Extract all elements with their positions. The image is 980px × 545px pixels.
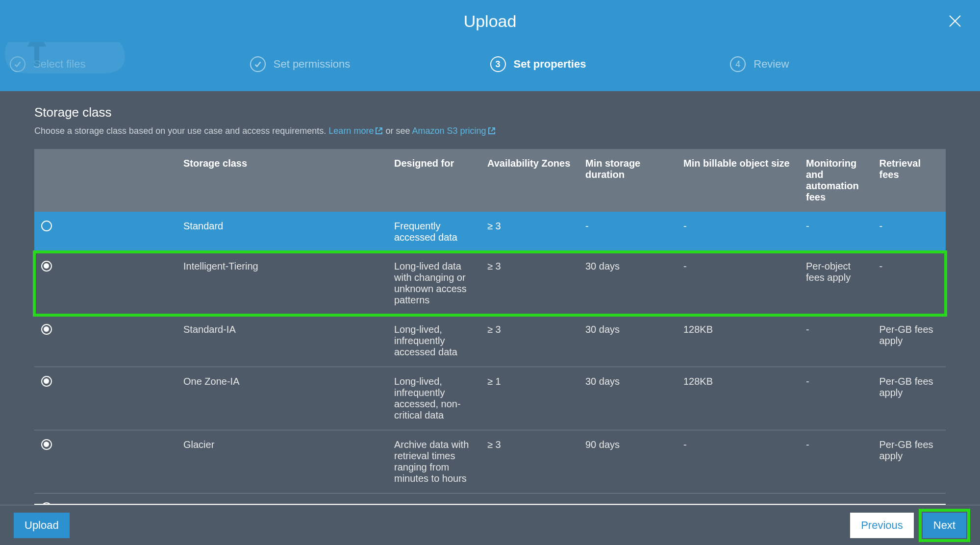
cell-designed-for: Archive data with retrieval times rangin… (387, 430, 480, 494)
col-radio (34, 149, 176, 212)
storage-class-table: Storage class Designed for Availability … (34, 149, 946, 545)
check-icon (250, 56, 266, 72)
cell-monitoring: - (799, 367, 873, 430)
cell-size: 128KB (677, 367, 799, 430)
cell-monitoring: - (799, 430, 873, 494)
external-link-icon (488, 127, 496, 135)
learn-more-link[interactable]: Learn more (328, 126, 383, 136)
radio-icon[interactable] (41, 439, 52, 450)
table-row[interactable]: Standard-IA Long-lived, infrequently acc… (34, 315, 946, 367)
step-select-files[interactable]: Select files (10, 56, 250, 72)
step-label: Set properties (514, 58, 586, 71)
cell-retrieval: Per-GB fees apply (873, 315, 946, 367)
svg-line-2 (378, 128, 382, 131)
content-area: Storage class Choose a storage class bas… (0, 91, 980, 545)
cell-size: - (677, 430, 799, 494)
external-link-icon (375, 127, 383, 135)
cell-name: One Zone-IA (176, 367, 387, 430)
pricing-link[interactable]: Amazon S3 pricing (412, 126, 495, 136)
cell-az: ≥ 3 (480, 315, 578, 367)
check-icon (10, 56, 25, 72)
cell-retrieval: - (873, 212, 946, 252)
cell-az: ≥ 3 (480, 430, 578, 494)
next-button[interactable]: Next (923, 513, 966, 538)
cell-name: Intelligent-Tiering (176, 252, 387, 315)
cell-size: - (677, 252, 799, 315)
step-label: Review (754, 58, 789, 71)
cell-monitoring: Per-object fees apply (799, 252, 873, 315)
cell-duration: 30 days (578, 252, 677, 315)
cell-az: ≥ 1 (480, 367, 578, 430)
col-availability-zones: Availability Zones (480, 149, 578, 212)
cell-retrieval: - (873, 252, 946, 315)
wizard-steps: Select files Set permissions 3 Set prope… (0, 42, 980, 91)
cell-name: Glacier (176, 430, 387, 494)
cell-name: Standard-IA (176, 315, 387, 367)
table-row[interactable]: Standard Frequently accessed data ≥ 3 - … (34, 212, 946, 252)
table-header-row: Storage class Designed for Availability … (34, 149, 946, 212)
cell-retrieval: Per-GB fees apply (873, 430, 946, 494)
cell-size: 128KB (677, 315, 799, 367)
upload-dialog: Upload Select files Set permissions 3 Se… (0, 0, 980, 545)
cell-name: Standard (176, 212, 387, 252)
dialog-header: Upload (0, 0, 980, 42)
radio-icon[interactable] (41, 324, 52, 335)
step-label: Set permissions (274, 58, 351, 71)
cell-az: ≥ 3 (480, 212, 578, 252)
step-set-permissions[interactable]: Set permissions (250, 56, 490, 72)
description-mid: or see (385, 126, 412, 136)
step-number: 3 (490, 56, 506, 72)
step-review[interactable]: 4 Review (730, 56, 970, 72)
step-set-properties[interactable]: 3 Set properties (490, 56, 730, 72)
radio-icon[interactable] (41, 376, 52, 387)
cell-duration: - (578, 212, 677, 252)
col-retrieval-fees: Retrieval fees (873, 149, 946, 212)
section-description: Choose a storage class based on your use… (34, 126, 946, 136)
cell-monitoring: - (799, 315, 873, 367)
cell-designed-for: Frequently accessed data (387, 212, 480, 252)
col-min-storage-duration: Min storage duration (578, 149, 677, 212)
col-min-billable-size: Min billable object size (677, 149, 799, 212)
upload-button[interactable]: Upload (14, 513, 70, 538)
dialog-footer: Upload Previous Next (0, 505, 980, 545)
cell-retrieval: Per-GB fees apply (873, 367, 946, 430)
cell-designed-for: Long-lived, infrequently accessed, non-c… (387, 367, 480, 430)
cell-duration: 30 days (578, 367, 677, 430)
section-heading: Storage class (34, 105, 946, 120)
cell-designed-for: Long-lived data with changing or unknown… (387, 252, 480, 315)
col-designed-for: Designed for (387, 149, 480, 212)
cell-duration: 30 days (578, 315, 677, 367)
step-label: Select files (33, 58, 85, 71)
step-number: 4 (730, 56, 746, 72)
radio-icon[interactable] (41, 221, 52, 231)
cell-duration: 90 days (578, 430, 677, 494)
cell-monitoring: - (799, 212, 873, 252)
cell-designed-for: Long-lived, infrequently accessed data (387, 315, 480, 367)
col-monitoring-fees: Monitoring and automation fees (799, 149, 873, 212)
description-text: Choose a storage class based on your use… (34, 126, 328, 136)
table-row[interactable]: Glacier Archive data with retrieval time… (34, 430, 946, 494)
cell-az: ≥ 3 (480, 252, 578, 315)
svg-line-3 (491, 128, 495, 131)
previous-button[interactable]: Previous (850, 513, 914, 538)
cell-size: - (677, 212, 799, 252)
col-storage-class: Storage class (176, 149, 387, 212)
dialog-title: Upload (464, 12, 517, 31)
radio-icon[interactable] (41, 261, 52, 272)
table-row[interactable]: One Zone-IA Long-lived, infrequently acc… (34, 367, 946, 430)
close-button[interactable] (945, 11, 965, 31)
table-row[interactable]: Intelligent-Tiering Long-lived data with… (34, 252, 946, 315)
